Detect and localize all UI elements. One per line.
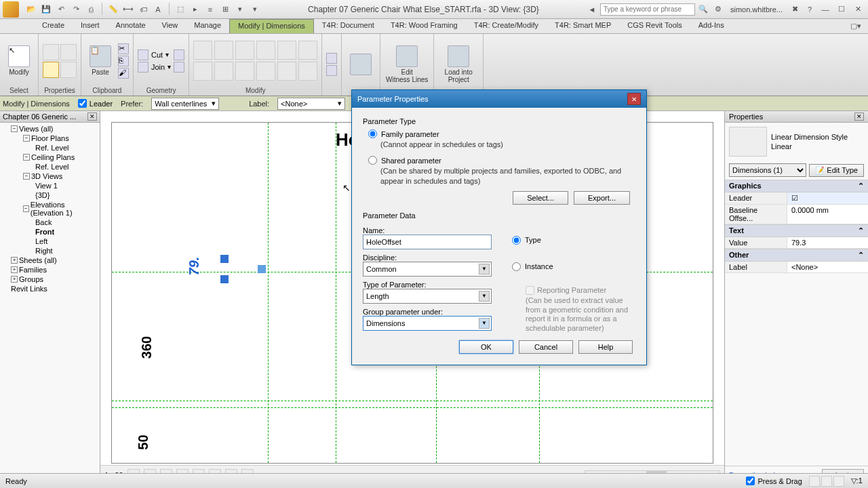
dimension-lock-icon[interactable] (258, 265, 266, 273)
offset-button[interactable] (214, 41, 233, 60)
discipline-select[interactable]: Common▼ (363, 262, 492, 277)
tree-item[interactable]: −Elevations (Elevation 1) (1, 200, 98, 218)
mirror-draw-button[interactable] (256, 41, 275, 60)
undo-icon[interactable]: ↶ (54, 3, 68, 16)
baseline-value[interactable]: 0.0000 mm (787, 205, 868, 224)
export-button[interactable]: Export... (574, 191, 630, 205)
tab-cgs[interactable]: CGS Revit Tools (619, 19, 690, 33)
selection-filter[interactable]: Dimensions (1) (729, 163, 806, 177)
subscription-icon[interactable]: ⚙ (711, 3, 725, 16)
minimize-button[interactable]: — (818, 3, 833, 16)
tree-item[interactable]: −Views (all) (1, 124, 98, 134)
label-select[interactable]: <None>▾ (277, 98, 345, 110)
measure-between-icon[interactable] (326, 53, 337, 64)
tree-item[interactable]: Front (1, 227, 98, 237)
leader-value[interactable]: ☑ (787, 192, 868, 204)
tab-insert[interactable]: Insert (73, 19, 108, 33)
customize-icon[interactable]: ▾ (248, 3, 262, 16)
scale-button[interactable] (277, 62, 296, 81)
section-icon[interactable]: ▸ (189, 3, 202, 16)
favorite-icon[interactable]: ✖ (788, 3, 802, 16)
browser-close-icon[interactable]: ✕ (87, 113, 97, 121)
filter-icon-2[interactable] (821, 476, 832, 487)
load-into-project-button[interactable]: Load into Project (438, 41, 479, 88)
tree-toggle-icon[interactable]: − (23, 135, 30, 142)
array-button[interactable] (298, 41, 317, 60)
tree-item[interactable]: −Floor Plans (1, 134, 98, 143)
type-selector[interactable]: Linear Dimension Style Linear (771, 132, 848, 152)
tab-annotate[interactable]: Annotate (108, 19, 154, 33)
tree-toggle-icon[interactable]: + (11, 266, 18, 273)
properties-close-icon[interactable]: ✕ (854, 113, 864, 121)
move-button[interactable] (193, 62, 212, 81)
dialog-close-button[interactable]: ✕ (627, 93, 641, 105)
trim-button[interactable] (256, 62, 275, 81)
dimension-icon[interactable]: ⟷ (121, 3, 135, 16)
tree-item[interactable]: Revit Links (1, 284, 98, 293)
instance-radio[interactable] (512, 262, 521, 271)
family-parameter-radio[interactable] (368, 129, 377, 138)
tab-t4r-create[interactable]: T4R: Create/Modify (466, 19, 547, 33)
pin-button[interactable] (298, 62, 317, 81)
tree-toggle-icon[interactable]: + (11, 257, 18, 264)
dimension-grip[interactable] (220, 255, 229, 263)
measure-along-icon[interactable] (326, 65, 337, 76)
filter-icon-3[interactable] (833, 476, 844, 487)
app-icon[interactable] (3, 1, 19, 18)
group-under-select[interactable]: Dimensions▼ (363, 316, 492, 331)
cope-icon[interactable] (174, 49, 184, 60)
close-button[interactable]: ✕ (850, 3, 865, 16)
collapse-icon[interactable]: ⌃ (858, 251, 864, 260)
type-radio[interactable] (512, 236, 521, 245)
tab-manage[interactable]: Manage (186, 19, 229, 33)
modify-tool-button[interactable]: ↖ Modify (4, 37, 34, 85)
paste-button[interactable]: 📋 Paste (85, 37, 115, 85)
tree-item[interactable]: Left (1, 237, 98, 246)
tree-toggle-icon[interactable]: − (23, 173, 30, 180)
copy-button[interactable] (214, 62, 233, 81)
dimension-grip[interactable] (220, 275, 229, 283)
tree-item[interactable]: +Groups (1, 274, 98, 284)
split-button[interactable] (277, 41, 296, 60)
tree-toggle-icon[interactable]: − (11, 125, 18, 132)
tree-item[interactable]: Ref. Level (1, 143, 98, 152)
text-icon[interactable]: A (151, 3, 165, 16)
tab-modify-dimensions[interactable]: Modify | Dimensions (229, 19, 314, 33)
collapse-icon[interactable]: ⌃ (858, 182, 864, 190)
cut-geometry-button[interactable]: Cut ▾ (138, 49, 171, 60)
select-button[interactable]: Select... (513, 191, 568, 205)
dimension-selected[interactable]: 79. (186, 257, 202, 276)
search-input[interactable] (600, 3, 695, 16)
switch-windows-icon[interactable]: ▾ (233, 3, 247, 16)
maximize-button[interactable]: ☐ (834, 3, 849, 16)
edit-type-button[interactable]: 📝Edit Type (809, 164, 864, 177)
leader-checkbox[interactable]: Leader (78, 99, 113, 108)
prefer-select[interactable]: Wall centerlines▾ (151, 98, 219, 110)
cancel-button[interactable]: Cancel (519, 340, 573, 354)
type-properties-button[interactable] (60, 44, 77, 60)
tree-item[interactable]: +Sheets (all) (1, 256, 98, 265)
save-icon[interactable]: 💾 (39, 3, 53, 16)
search-icon[interactable]: 🔍 (696, 3, 710, 16)
tab-view[interactable]: View (154, 19, 186, 33)
3d-icon[interactable]: ⬚ (174, 3, 187, 16)
press-drag-checkbox[interactable]: Press & Drag (746, 476, 802, 485)
tab-t4r-wood[interactable]: T4R: Wood Framing (382, 19, 466, 33)
tree-toggle-icon[interactable]: − (23, 154, 30, 161)
type-of-parameter-select[interactable]: Length▼ (363, 289, 492, 304)
tab-t4r-mep[interactable]: T4R: Smart MEP (547, 19, 619, 33)
value-field[interactable]: 79.3 (787, 237, 868, 248)
tree-item[interactable]: {3D} (1, 190, 98, 200)
name-input[interactable] (363, 235, 492, 249)
align-button[interactable] (193, 41, 212, 60)
family-types-button[interactable] (43, 62, 59, 78)
mirror-axis-button[interactable] (235, 41, 254, 60)
tab-addins[interactable]: Add-Ins (690, 19, 732, 33)
create-similar-button[interactable] (346, 41, 376, 88)
ribbon-expand-icon[interactable]: ▢▾ (849, 20, 863, 33)
tree-toggle-icon[interactable]: − (23, 205, 29, 212)
help-button[interactable]: Help (578, 340, 633, 354)
print-icon[interactable]: ⎙ (84, 3, 98, 16)
tag-icon[interactable]: 🏷 (136, 3, 150, 16)
tree-item[interactable]: −Ceiling Plans (1, 152, 98, 162)
